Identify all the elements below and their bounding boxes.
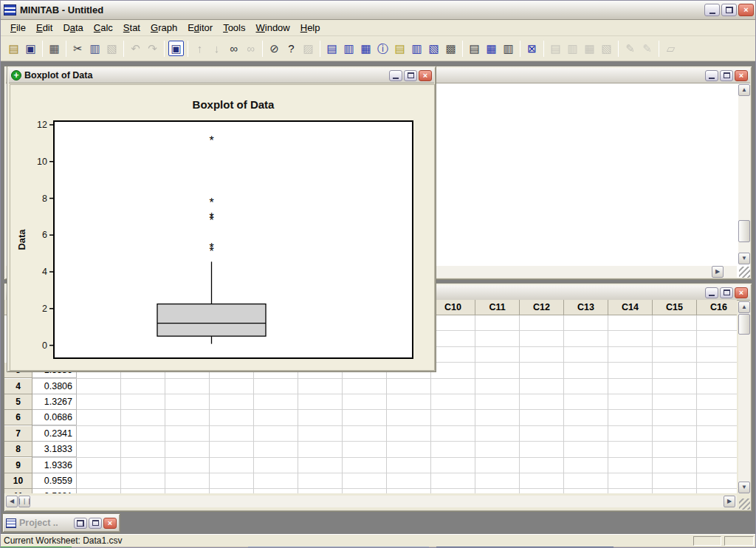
menu-data[interactable]: Data [58,21,88,35]
worksheet-vscroll-thumb[interactable] [738,314,750,335]
reportpad-icon[interactable]: ▥ [409,41,425,56]
column-header-c13[interactable]: C13 [564,300,608,315]
edit-last-dialog-icon[interactable]: ▣ [168,41,184,56]
row-header-4[interactable]: 4 [4,379,32,394]
statguide-icon[interactable]: ▨ [300,41,316,56]
column-header-c11[interactable]: C11 [475,300,520,315]
session-scroll-right-button[interactable]: ▶ [712,266,724,278]
insert-rows-icon[interactable]: ▥ [565,41,580,56]
worksheet-split-button[interactable]: ❘❘❘ [18,496,30,507]
cancel-icon[interactable]: ⊘ [267,41,282,56]
brush-icon[interactable]: ✎ [622,41,638,56]
help-icon[interactable]: ? [284,41,299,56]
row-header-10[interactable]: 10 [4,473,32,489]
menu-window[interactable]: Window [250,21,295,35]
cell-row10-c1[interactable]: 0.9559 [32,473,77,489]
worksheet-scroll-left-button[interactable]: ◀ [6,496,18,507]
boxplot-window[interactable]: + Boxplot of Data × Boxplot of Data02468… [7,66,436,372]
print-icon[interactable]: ▦ [47,41,62,56]
undo-icon[interactable]: ↶ [128,41,143,56]
column-header-c10[interactable]: C10 [431,300,475,315]
menu-tools[interactable]: Tools [218,21,250,35]
worksheet-hscrollbar[interactable] [6,496,737,507]
column-header-c14[interactable]: C14 [608,300,653,315]
session-vscroll-thumb[interactable] [738,220,750,242]
session-scroll-up-button[interactable]: ▲ [738,84,750,96]
row-header-8[interactable]: 8 [4,442,32,457]
current-graph-icon[interactable]: ▥ [501,41,516,56]
previous-command-icon[interactable]: ↑ [192,41,207,56]
history-icon[interactable]: ▤ [392,41,408,56]
find-icon[interactable]: ∞ [226,41,241,56]
worksheet-scroll-right-button[interactable]: ▶ [724,496,735,507]
column-header-c12[interactable]: C12 [520,300,564,315]
insert-cells-icon[interactable]: ▤ [548,41,563,56]
clear-cells-icon[interactable]: ▧ [599,41,614,56]
session-resize-grip[interactable] [739,267,750,278]
boxplot-titlebar[interactable]: + Boxplot of Data × [9,68,434,83]
project-window-minimized[interactable]: Project ... × [2,513,120,532]
project-titlebar[interactable]: Project ... × [4,515,119,532]
project-restore-button[interactable] [74,518,87,529]
cell-row6-c1[interactable]: 0.0686 [32,410,77,425]
menu-editor[interactable]: Editor [182,21,218,35]
next-command-icon[interactable]: ↓ [209,41,224,56]
project-maximize-button[interactable] [89,518,102,529]
cut-icon[interactable]: ✂ [70,41,86,56]
copy-icon[interactable]: ▥ [87,41,103,56]
close-button[interactable]: × [738,4,754,16]
redo-icon[interactable]: ↷ [145,41,160,56]
current-session-icon[interactable]: ▤ [467,41,482,56]
menu-calc[interactable]: Calc [89,21,118,35]
paste-icon[interactable]: ▧ [104,41,120,56]
menu-graph[interactable]: Graph [145,21,182,35]
worksheet-minimize-button[interactable] [705,287,718,298]
show-graphs-folder-icon[interactable]: ▦ [358,41,374,56]
row-header-9[interactable]: 9 [4,458,32,473]
project-manager-info-icon[interactable]: ⓘ [375,41,391,56]
session-close-button[interactable]: × [735,70,748,81]
project-close-button[interactable]: × [103,518,117,529]
insert-columns-icon[interactable]: ▦ [582,41,597,56]
menu-file[interactable]: File [5,21,31,35]
main-titlebar[interactable]: MINITAB - Untitled × [1,1,756,20]
boxplot-minimize-button[interactable] [389,70,402,81]
session-minimize-button[interactable] [705,70,718,81]
menu-help[interactable]: Help [295,21,326,35]
find-next-icon[interactable]: ∞ [243,41,258,56]
eraser-icon[interactable]: ▱ [663,41,678,56]
show-worksheets-folder-icon[interactable]: ▥ [341,41,357,56]
worksheet-resize-grip[interactable] [739,499,750,510]
worksheet-scroll-up-button[interactable]: ▲ [738,301,750,313]
session-scroll-down-button[interactable]: ▼ [738,253,750,264]
show-session-window-icon[interactable]: ▤ [324,41,340,56]
row-header-7[interactable]: 7 [4,426,32,442]
worksheet-scroll-down-button[interactable]: ▼ [738,482,750,493]
column-header-c16[interactable]: C16 [697,300,737,315]
row-header-11[interactable]: 11 [4,489,32,493]
column-header-c15[interactable]: C15 [653,300,697,315]
cell-row9-c1[interactable]: 1.9336 [32,458,77,473]
cell-row4-c1[interactable]: 0.3806 [32,379,77,394]
cell-row11-c1[interactable]: 0.5231 [32,489,77,493]
related-documents-icon[interactable]: ▧ [426,41,441,56]
open-file-icon[interactable]: ▤ [6,41,21,56]
worksheet-maximize-button[interactable] [720,287,733,298]
close-all-graphs-icon[interactable]: ⊠ [524,41,540,56]
cell-row8-c1[interactable]: 3.1833 [32,442,77,457]
boxplot-maximize-button[interactable] [404,70,417,81]
worksheet-close-button[interactable]: × [735,287,748,298]
show-design-icon[interactable]: ▩ [443,41,458,56]
current-worksheet-icon[interactable]: ▦ [484,41,499,56]
row-header-6[interactable]: 6 [4,410,32,425]
session-maximize-button[interactable] [720,70,733,81]
save-file-icon[interactable]: ▣ [23,41,38,56]
menu-stat[interactable]: Stat [118,21,145,35]
menu-edit[interactable]: Edit [31,21,58,35]
cell-row5-c1[interactable]: 1.3267 [32,394,77,410]
boxplot-close-button[interactable]: × [419,70,432,81]
select-graph-item-icon[interactable]: ✎ [639,41,655,56]
restore-button[interactable] [721,4,737,16]
row-header-5[interactable]: 5 [4,394,32,410]
minimize-button[interactable] [704,4,720,16]
